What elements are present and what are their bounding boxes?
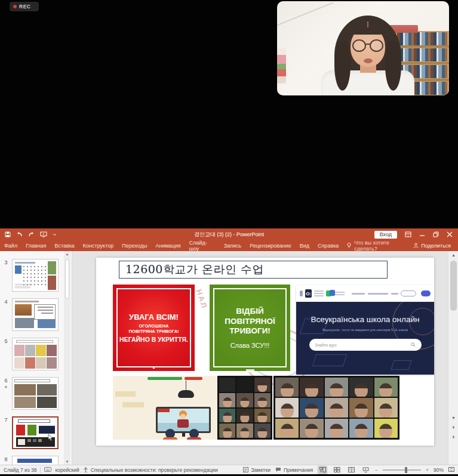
menu-tab[interactable]: Запись: [220, 240, 246, 251]
scroll-up-icon[interactable]: ▲: [64, 252, 70, 256]
air-raid-alert-image: УВАГА ВСІМ! ОГОЛОШЕНА ПОВІТРЯНА ТРИВОГА!…: [113, 285, 195, 371]
scroll-down-icon[interactable]: ▼: [448, 416, 458, 420]
close-button[interactable]: [447, 229, 453, 240]
scroll-up-icon[interactable]: ▲: [448, 253, 458, 257]
notes-button[interactable]: Заметки: [243, 467, 271, 473]
menu-tab[interactable]: Слайд-шоу: [185, 240, 220, 251]
undo-icon[interactable]: [16, 231, 23, 237]
save-icon[interactable]: [5, 231, 11, 237]
next-slide-button[interactable]: ⇟: [448, 435, 458, 439]
participant-tile: [254, 409, 271, 423]
reading-view-button[interactable]: [346, 466, 356, 474]
website-nav: [352, 293, 398, 295]
participant-tile: [254, 378, 271, 392]
previous-slide-button[interactable]: ⇞: [448, 425, 458, 429]
rec-label: REC: [19, 4, 30, 10]
search-icon: [411, 342, 416, 347]
powerpoint-window: 경인교대 (3) (2) - PowerPoint Вход ФайлГлавн…: [0, 228, 458, 474]
slide-6-thumbnail[interactable]: [12, 377, 59, 410]
thumbnail-slide-6[interactable]: 6★: [0, 377, 72, 410]
menu-tab[interactable]: Вставка: [50, 240, 78, 251]
scrollbar-thumb[interactable]: [65, 259, 69, 299]
animation-star-icon: ★: [0, 385, 12, 390]
current-slide[interactable]: НАЛ 12600학교가 온라인 수업 УВАГА ВСІМ! ОГОЛОШЕН…: [96, 258, 434, 446]
menu-tab[interactable]: Переходы: [118, 240, 151, 251]
status-bar: Слайд 7 из 38 корейский Специальные возм…: [0, 465, 458, 474]
accessibility-icon: [83, 467, 88, 473]
fit-to-window-button[interactable]: [448, 466, 454, 474]
slide-sorter-view-button[interactable]: [332, 466, 342, 474]
register-button: [401, 290, 416, 296]
comment-icon: [275, 467, 281, 472]
menu-tab[interactable]: Анимация: [151, 240, 185, 251]
animation-star-icon: ★: [0, 463, 12, 465]
pendant-lamp-icon: [178, 390, 194, 398]
participant-tile: [300, 419, 323, 438]
menu-tab[interactable]: Рецензирование: [245, 240, 296, 251]
sign-in-button[interactable]: Вход: [374, 231, 397, 239]
language-indicator[interactable]: корейский: [55, 467, 79, 473]
participant-tile: [219, 393, 235, 407]
comments-button[interactable]: Примечания: [275, 467, 313, 473]
person-mouth: [364, 58, 373, 63]
redo-icon[interactable]: [28, 231, 35, 237]
thumbnail-slide-4[interactable]: 4: [0, 298, 72, 331]
participant-tile: [254, 424, 271, 438]
tell-me-box[interactable]: Что вы хотите сделать?: [346, 240, 413, 252]
slide-5-thumbnail[interactable]: [12, 338, 59, 370]
menu-tab[interactable]: Главная: [21, 240, 50, 251]
lightbulb-icon: [346, 242, 352, 249]
screen: REC: [0, 0, 458, 476]
video-call-gallery-large: [273, 376, 399, 440]
siren-icon: ▲: [152, 366, 156, 369]
participant-tile: [325, 398, 348, 417]
slide-3-thumbnail[interactable]: [12, 259, 59, 292]
scrollbar-thumb[interactable]: [450, 261, 457, 311]
slide-7-thumbnail-selected[interactable]: [12, 416, 59, 449]
slide-scrollbar[interactable]: ▲ ▼ ⇞ ⇟: [448, 251, 458, 465]
menu-tab[interactable]: Конструктор: [79, 240, 118, 251]
ministry-logo: О:: [305, 289, 312, 298]
quick-access-toolbar: [0, 231, 57, 237]
zoom-slider[interactable]: [383, 469, 421, 471]
wall-line: [277, 2, 333, 27]
participant-tile: [236, 393, 253, 407]
participant-tile: [374, 419, 398, 438]
slide-8-thumbnail[interactable]: [12, 456, 59, 465]
normal-view-button[interactable]: [318, 466, 327, 474]
login-button: [421, 290, 431, 296]
zoom-slider-knob[interactable]: [405, 467, 407, 473]
ribbon-display-options-icon[interactable]: [405, 229, 411, 240]
slide-title[interactable]: 12600학교가 온라인 수업: [119, 261, 388, 279]
slideshow-view-button[interactable]: [361, 466, 370, 474]
thumbnail-slide-3[interactable]: 3: [0, 259, 72, 292]
watermark-text: НАЛ: [195, 288, 210, 310]
workspace: 3 4: [0, 251, 458, 465]
slide-4-thumbnail[interactable]: [12, 298, 59, 331]
menu-tab[interactable]: Файл: [0, 240, 21, 251]
restore-button[interactable]: [433, 229, 439, 240]
participant-tile: [349, 398, 373, 417]
qat-customize-icon[interactable]: [53, 233, 57, 236]
thumbnail-slide-8[interactable]: 8★: [0, 456, 72, 465]
accessibility-checker[interactable]: Специальные возможности: проверьте реком…: [83, 467, 218, 473]
scroll-down-icon[interactable]: ▼: [64, 460, 70, 463]
slide-thumbnail-panel: 3 4: [0, 251, 72, 465]
keyboard-icon: [44, 467, 51, 473]
shelf-object: [277, 48, 286, 84]
zoom-in-button[interactable]: +: [426, 467, 429, 473]
lamp-cord: [186, 381, 186, 391]
participant-tile: [219, 409, 235, 423]
notes-icon: [243, 467, 248, 472]
start-presentation-icon[interactable]: [40, 231, 47, 237]
zoom-level[interactable]: 90%: [434, 467, 444, 473]
share-button[interactable]: Поделиться: [413, 243, 458, 249]
thumbnail-slide-7[interactable]: 7: [0, 416, 72, 449]
menu-tab[interactable]: Вид: [296, 240, 313, 251]
zoom-out-button[interactable]: −: [375, 467, 378, 473]
thumbnail-scrollbar[interactable]: ▲ ▼: [64, 251, 70, 465]
menu-tab[interactable]: Справка: [313, 240, 343, 251]
thumbnail-slide-5[interactable]: 5: [0, 338, 72, 370]
slide-counter[interactable]: Слайд 7 из 38: [4, 467, 36, 473]
minimize-button[interactable]: [419, 229, 425, 240]
